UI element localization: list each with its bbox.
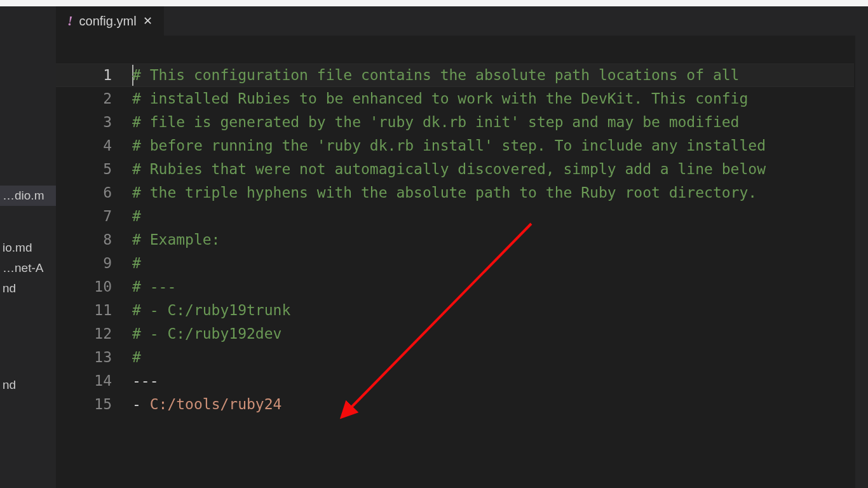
tab-config-yml[interactable]: ! config.yml ✕ (56, 6, 164, 36)
line-number[interactable]: 13 (56, 346, 132, 369)
explorer-panel: dio.m… io.md net-A… nd nd (0, 6, 56, 488)
line-number[interactable]: 2 (56, 87, 132, 111)
editor-window: dio.m… io.md net-A… nd nd ! config.yml ✕… (0, 6, 868, 488)
line-number[interactable]: 7 (56, 205, 132, 228)
line-number[interactable]: 4 (56, 134, 132, 158)
line-number[interactable]: 1 (56, 64, 132, 87)
line-number[interactable]: 14 (56, 369, 132, 393)
line-number-gutter: 1 2 3 4 5 6 7 8 9 10 11 12 13 14 15 (56, 64, 132, 416)
window-top-strip (0, 0, 868, 6)
line-number[interactable]: 15 (56, 393, 132, 416)
yaml-file-icon: ! (67, 13, 73, 29)
code-line[interactable]: # (132, 252, 854, 275)
code-line[interactable]: --- (132, 369, 854, 393)
code-line[interactable]: # before running the 'ruby dk.rb install… (132, 134, 854, 158)
tab-bar: ! config.yml ✕ (56, 6, 868, 36)
minimap[interactable] (855, 36, 868, 488)
line-number[interactable]: 9 (56, 252, 132, 275)
code-line[interactable]: # the triple hyphens with the absolute p… (132, 181, 854, 205)
explorer-item-selected[interactable]: dio.m… (0, 186, 56, 206)
line-number[interactable]: 12 (56, 322, 132, 346)
code-line[interactable]: # (132, 205, 854, 228)
code-line[interactable]: # installed Rubies to be enhanced to wor… (132, 87, 854, 111)
code-line[interactable]: # --- (132, 275, 854, 299)
code-line[interactable]: # file is generated by the 'ruby dk.rb i… (132, 111, 854, 134)
line-number[interactable]: 10 (56, 275, 132, 299)
line-number[interactable]: 11 (56, 299, 132, 322)
code-line[interactable]: # (132, 346, 854, 369)
tab-filename: config.yml (79, 14, 137, 29)
code-editor[interactable]: 1 2 3 4 5 6 7 8 9 10 11 12 13 14 15 # Th… (56, 36, 868, 488)
code-line[interactable]: # This configuration file contains the a… (132, 64, 854, 87)
explorer-item[interactable]: nd (0, 375, 56, 395)
line-number[interactable]: 5 (56, 158, 132, 181)
explorer-item[interactable]: net-A… (0, 258, 56, 278)
code-content[interactable]: # This configuration file contains the a… (132, 64, 854, 416)
line-number[interactable]: 6 (56, 181, 132, 205)
explorer-item[interactable]: nd (0, 278, 56, 299)
explorer-item[interactable]: io.md (0, 238, 56, 258)
code-line[interactable]: - C:/tools/ruby24 (132, 393, 854, 416)
code-line[interactable]: # - C:/ruby19trunk (132, 299, 854, 322)
code-line[interactable]: # Example: (132, 228, 854, 252)
line-number[interactable]: 8 (56, 228, 132, 252)
code-line[interactable]: # Rubies that were not automagically dis… (132, 158, 854, 181)
close-icon[interactable]: ✕ (143, 15, 153, 27)
code-line[interactable]: # - C:/ruby192dev (132, 322, 854, 346)
line-number[interactable]: 3 (56, 111, 132, 134)
